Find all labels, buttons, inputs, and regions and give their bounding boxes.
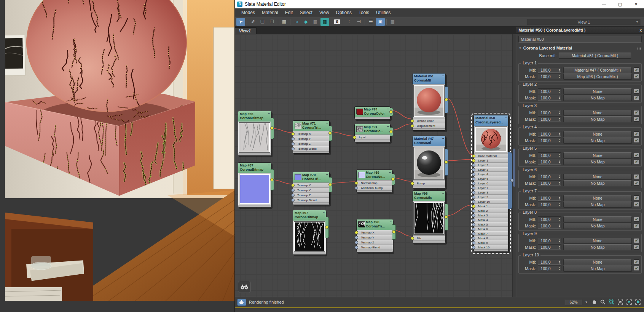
- show-shaded-material-in-viewport-button[interactable]: ▩: [320, 18, 329, 26]
- input-socket[interactable]: [291, 137, 295, 141]
- node-slot-mask-9[interactable]: Mask 9: [474, 240, 508, 245]
- node-slot-layer-1[interactable]: Layer 1: [474, 158, 508, 163]
- layer7-mask-slot-button[interactable]: No Map: [563, 202, 632, 208]
- input-socket[interactable]: [355, 231, 358, 234]
- layer4-mtl-enable-checkbox[interactable]: ✔: [634, 131, 639, 136]
- node-slot-mask-5[interactable]: Mask 5: [474, 222, 508, 227]
- layer2-mtl-amount-spinner[interactable]: 100,0▴▾: [538, 88, 561, 94]
- input-socket[interactable]: [355, 186, 358, 190]
- node-slot-layer-4[interactable]: Layer 4: [474, 172, 508, 176]
- node-map-74[interactable]: Map #74CoronaColor−: [354, 106, 391, 119]
- collapse-icon[interactable]: −: [268, 163, 270, 167]
- layer7-mask-enable-checkbox[interactable]: ✔: [634, 202, 639, 207]
- layer9-mask-slot-button[interactable]: No Map: [563, 244, 632, 250]
- delete-selected-button[interactable]: ▦: [280, 18, 289, 26]
- spinner-arrows-icon[interactable]: ▴▾: [559, 174, 560, 179]
- layer6-mtl-amount-spinner[interactable]: 100,0▴▾: [538, 174, 561, 179]
- input-socket[interactable]: [472, 214, 475, 217]
- node-slot-layer-3[interactable]: Layer 3: [474, 167, 508, 172]
- node-header[interactable]: Map #96CoronaMix−: [413, 191, 445, 201]
- layer2-mask-amount-spinner[interactable]: 100,0▴▾: [538, 95, 561, 101]
- node-slot-texmap-blend[interactable]: Texmap Blend: [357, 245, 393, 250]
- input-socket[interactable]: [411, 237, 414, 240]
- input-socket[interactable]: [472, 237, 475, 240]
- node-slot-texmap-z[interactable]: Texmap Z: [293, 193, 329, 198]
- layer7-mtl-amount-spinner[interactable]: 100,0▴▾: [538, 195, 561, 201]
- collapse-icon[interactable]: −: [326, 173, 328, 177]
- layer5-mtl-slot-button[interactable]: None: [563, 152, 632, 158]
- node-slot-mix[interactable]: Mix: [413, 236, 445, 241]
- base-mtl-button[interactable]: Material #51 ( CoronaMtl ): [559, 53, 631, 59]
- show-background-button[interactable]: ▩: [311, 18, 320, 26]
- spinner-arrows-icon[interactable]: ▴▾: [559, 138, 560, 143]
- layer1-mask-amount-spinner[interactable]: 100,0▴▾: [538, 74, 561, 79]
- input-socket[interactable]: [411, 182, 414, 185]
- layer4-mask-enable-checkbox[interactable]: ✔: [634, 138, 639, 143]
- hide-unused-nodeslots-button[interactable]: ⊣: [354, 18, 363, 26]
- menu-tools[interactable]: Tools: [355, 9, 373, 16]
- node-slot-bump[interactable]: Bump: [413, 181, 445, 186]
- zoom-extents-selected-icon[interactable]: [625, 299, 633, 306]
- node-slot-texmap-x[interactable]: Texmap X: [357, 230, 393, 235]
- output-socket[interactable]: [445, 160, 448, 164]
- layer10-mask-amount-spinner[interactable]: 100,0▴▾: [538, 266, 561, 271]
- layer3-mask-slot-button[interactable]: No Map: [563, 116, 632, 122]
- input-socket[interactable]: [411, 124, 414, 128]
- layer2-mtl-enable-checkbox[interactable]: ✔: [634, 89, 639, 94]
- spinner-arrows-icon[interactable]: ▴▾: [559, 266, 560, 271]
- layer3-mtl-enable-checkbox[interactable]: ✔: [634, 110, 639, 115]
- spinner-arrows-icon[interactable]: ▴▾: [559, 181, 560, 186]
- input-socket[interactable]: [411, 119, 414, 123]
- collapse-icon[interactable]: −: [268, 112, 270, 116]
- node-slot-diffuse-color[interactable]: Diffuse color: [413, 118, 445, 123]
- input-socket[interactable]: [472, 163, 475, 167]
- output-socket[interactable]: [392, 230, 395, 234]
- input-socket[interactable]: [472, 209, 475, 213]
- node-map-67[interactable]: Map #67CoronaBitmap−: [238, 162, 271, 207]
- spinner-arrows-icon[interactable]: ▴▾: [559, 259, 560, 264]
- layer2-mask-slot-button[interactable]: No Map: [563, 95, 632, 101]
- input-socket[interactable]: [355, 236, 358, 239]
- output-socket[interactable]: [270, 126, 274, 130]
- output-socket[interactable]: [328, 183, 332, 186]
- node-header[interactable]: Map #91CoronaCo...−: [355, 124, 390, 134]
- input-socket[interactable]: [291, 198, 295, 202]
- node-header[interactable]: Map #67CoronaBitmap−: [238, 163, 271, 173]
- layer9-mask-amount-spinner[interactable]: 100,0▴▾: [538, 244, 561, 250]
- spinner-arrows-icon[interactable]: ▴▾: [559, 153, 560, 158]
- node-map-97[interactable]: Map #97CoronaBitmap−: [293, 210, 326, 255]
- input-socket[interactable]: [472, 168, 475, 171]
- close-icon[interactable]: x: [639, 28, 642, 32]
- material-id-channel-button[interactable]: 0: [333, 18, 341, 26]
- zoom-extents-icon[interactable]: [617, 299, 624, 306]
- menu-utilities[interactable]: Utilities: [373, 9, 394, 16]
- layer1-mtl-enable-checkbox[interactable]: ✔: [634, 67, 639, 72]
- layer8-mtl-enable-checkbox[interactable]: ✔: [634, 217, 639, 222]
- zoom-dropdown-caret[interactable]: ▼: [583, 299, 589, 305]
- pan-to-selected-icon[interactable]: [634, 299, 642, 306]
- put-to-library-button[interactable]: ❐: [268, 18, 276, 26]
- spinner-arrows-icon[interactable]: ▴▾: [559, 67, 560, 72]
- layer8-mtl-amount-spinner[interactable]: 100,0▴▾: [538, 216, 561, 222]
- parameter-editor-toggle-button[interactable]: ▣: [376, 18, 385, 26]
- move-children-button[interactable]: ⇥: [292, 18, 301, 26]
- node-header[interactable]: Map #97CoronaBitmap−: [293, 210, 326, 221]
- layer6-mtl-slot-button[interactable]: None: [563, 174, 632, 180]
- spinner-arrows-icon[interactable]: ▴▾: [559, 223, 560, 228]
- node-slot-mask-6[interactable]: Mask 6: [474, 227, 508, 231]
- node-header[interactable]: Map #66CoronaBitmap−: [238, 111, 271, 122]
- node-slot-layer-8[interactable]: Layer 8: [474, 190, 508, 195]
- pan-tool-button[interactable]: ▩: [388, 18, 397, 26]
- spinner-arrows-icon[interactable]: ▴▾: [559, 95, 560, 100]
- node-header[interactable]: Map #71CoronaTri...−: [293, 121, 329, 131]
- input-socket[interactable]: [291, 132, 295, 136]
- input-socket[interactable]: [472, 159, 475, 162]
- node-slot-mask-1[interactable]: Mask 1: [474, 204, 508, 208]
- node-slot-texmap-y[interactable]: Texmap Y: [357, 235, 393, 240]
- node-map-91[interactable]: Map #91CoronaCo...−Input: [354, 124, 391, 142]
- collapse-icon[interactable]: −: [387, 107, 389, 111]
- tab-view1[interactable]: View1: [235, 27, 257, 34]
- layer1-mtl-amount-spinner[interactable]: 100,0▴▾: [538, 67, 561, 73]
- node-slot-texmap-x[interactable]: Texmap X: [293, 131, 329, 136]
- output-socket[interactable]: [389, 110, 393, 114]
